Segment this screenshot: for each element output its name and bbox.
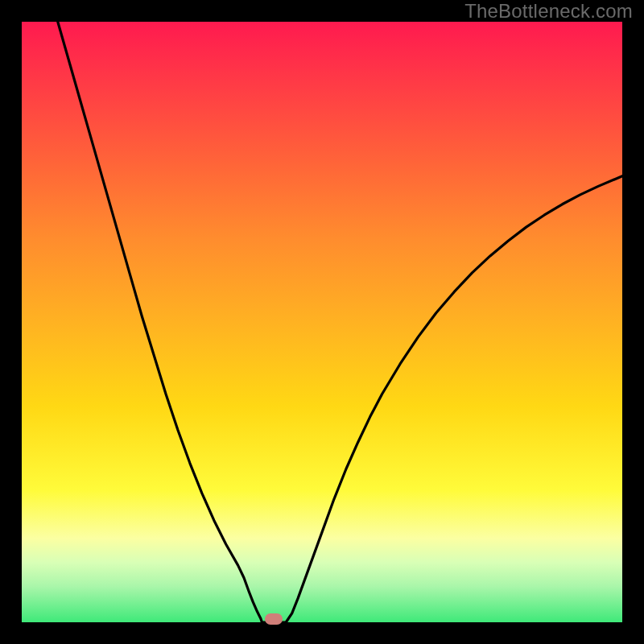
- watermark-text: TheBottleneck.com: [464, 0, 633, 23]
- plot-area: [22, 22, 622, 622]
- optimal-point-marker: [265, 613, 283, 625]
- bottleneck-curve: [58, 22, 622, 622]
- curve-svg: [22, 22, 622, 622]
- chart-frame: TheBottleneck.com: [0, 0, 644, 644]
